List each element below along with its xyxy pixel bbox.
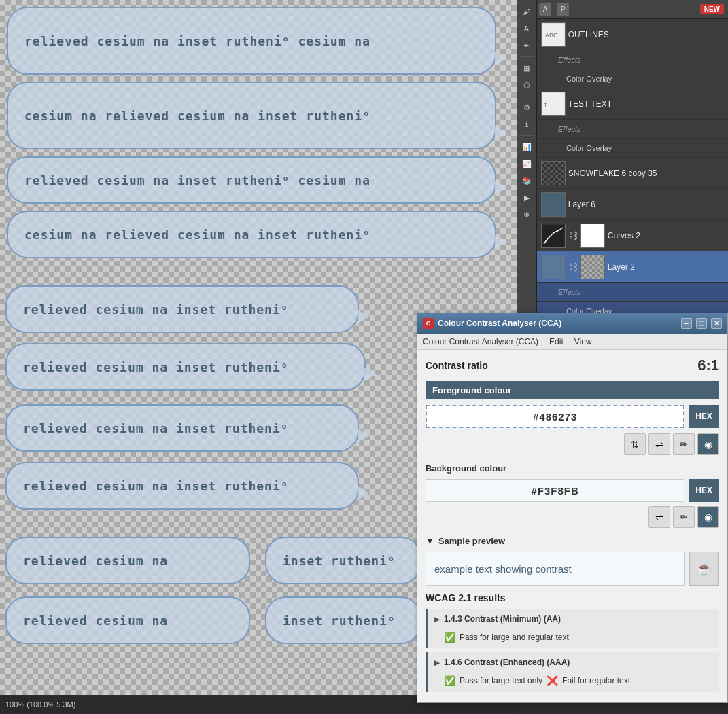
- cca-menu-app[interactable]: Colour Contrast Analyser (CCA): [423, 337, 538, 346]
- layer-row-testtext[interactable]: 👁 f T TEST TEXT: [517, 88, 728, 120]
- pass-icon-aa: ✅: [444, 632, 455, 643]
- criterion-aaa-triangle: ▶: [434, 659, 440, 666]
- wcag-section: WCAG 2.1 results ▶ 1.4.3 Contrast (Minim…: [426, 592, 719, 692]
- layer-thumb-snowflake: [541, 161, 566, 185]
- layer-row-layer6[interactable]: 👁 f Layer 6: [517, 189, 728, 220]
- cca-menu-view[interactable]: View: [574, 337, 592, 346]
- layers-toolbar: 🖌 A P NEW: [517, 0, 728, 19]
- fg-eyedropper-icon[interactable]: ✏: [673, 433, 695, 455]
- speech-bubble-1: relieved cesium na inset rutheniᵒ cesium…: [7, 7, 496, 75]
- speech-bubble-5: relieved cesium na inset rutheniᵒ: [5, 285, 359, 333]
- background-color-box[interactable]: #F3F8FB: [426, 479, 684, 502]
- bg-sliders-icon[interactable]: ⇌: [648, 506, 670, 528]
- effects-row-testtext[interactable]: Effects: [517, 120, 728, 139]
- speech-bubble-10b: inset rutheniᵒ: [265, 596, 421, 644]
- plugin-tool[interactable]: ⬡: [519, 77, 534, 92]
- pass-icon-aaa: ✅: [444, 675, 455, 686]
- speech-bubble-7: relieved cesium na inset rutheniᵒ: [5, 404, 359, 452]
- wcag-result-aaa-fail-text: Fail for regular text: [562, 676, 630, 685]
- bg-circle-icon[interactable]: ◉: [697, 506, 719, 528]
- foreground-header: Foreground colour: [426, 381, 719, 399]
- color-overlay-name-testtext: Color Overlay: [566, 144, 612, 152]
- background-hex-btn[interactable]: HEX: [689, 479, 719, 502]
- layers-panel: 🖌 A P NEW 👁 f ABC OUTLINES Effects: [517, 0, 728, 313]
- gradient-tool[interactable]: ▦: [519, 60, 534, 75]
- effects-row-outlines[interactable]: Effects: [517, 50, 728, 69]
- speech-bubble-9b: inset rutheniᵒ: [265, 537, 421, 584]
- histogram-tool[interactable]: 📊: [519, 139, 534, 154]
- color-overlay-row-testtext[interactable]: Color Overlay: [517, 139, 728, 158]
- wcag-criterion-aa-header[interactable]: ▶ 1.4.3 Contrast (Minimum) (AA): [428, 609, 719, 629]
- layer-row-outlines[interactable]: 👁 f ABC OUTLINES: [517, 19, 728, 50]
- layer-name-group-curves2: Curves 2: [608, 231, 725, 240]
- wcag-result-aaa-pass-text: Pass for large text only: [460, 676, 542, 685]
- brush-tool[interactable]: 🖌: [519, 4, 534, 19]
- layer-thumb-layer6: [541, 192, 566, 217]
- criterion-aa-triangle: ▶: [434, 615, 440, 623]
- layer-mask-curves2: [580, 224, 605, 248]
- layer-name-layer6: Layer 6: [568, 200, 725, 209]
- tool-divider1: [520, 56, 534, 57]
- layer-name-group-outlines: OUTLINES: [568, 30, 725, 39]
- fg-arrows-icon[interactable]: ⇅: [624, 433, 646, 455]
- layer-row-curves2[interactable]: 👁 f ⛓ Curves 2: [517, 220, 728, 251]
- pen-tool[interactable]: ✒: [519, 38, 534, 53]
- fx-label-outlines: Effects: [558, 56, 581, 64]
- layer-name-testtext: TEST TEXT: [568, 99, 725, 109]
- bubble-text-3: relieved cesium na inset rutheniᵒ cesium…: [24, 173, 370, 188]
- layer-row-snowflake[interactable]: 👁 f SNOWFLAKE 6 copy 35: [517, 158, 728, 189]
- bubble-text-5: relieved cesium na inset rutheniᵒ: [23, 302, 289, 317]
- color-overlay-name-outlines: Color Overlay: [566, 75, 612, 83]
- sample-preview-section: ▼ Sample preview example text showing co…: [426, 536, 719, 586]
- layer-chain-layer2: ⛓: [568, 262, 578, 272]
- cca-app-icon: C: [423, 318, 434, 329]
- layers-list[interactable]: 👁 f ABC OUTLINES Effects Color Overlay 👁…: [517, 19, 728, 313]
- type-tool[interactable]: A: [519, 21, 534, 36]
- foreground-hex-btn[interactable]: HEX: [689, 405, 719, 428]
- cca-menu-edit[interactable]: Edit: [549, 337, 564, 346]
- layer-thumb-curves2: [541, 224, 566, 248]
- libraries-tool[interactable]: 📚: [519, 173, 534, 188]
- speech-bubble-3: relieved cesium na inset rutheniᵒ cesium…: [7, 156, 496, 204]
- fail-icon-aaa: ❌: [547, 675, 558, 686]
- nav-tool[interactable]: ❄: [519, 207, 534, 222]
- cca-titlebar: C Colour Contrast Analyser (CCA) − □ ✕: [417, 313, 727, 334]
- info-tool[interactable]: ℹ: [519, 117, 534, 132]
- svg-text:ABC: ABC: [545, 32, 558, 39]
- bubble-text-10b: inset rutheniᵒ: [283, 613, 396, 628]
- wcag-criterion-aaa-header[interactable]: ▶ 1.4.6 Contrast (Enhanced) (AAA): [428, 652, 719, 673]
- layer-row-layer2[interactable]: 👁 f ⛓ Layer 2: [517, 251, 728, 283]
- sample-preview-header[interactable]: ▼ Sample preview: [426, 536, 719, 546]
- sample-mug-btn[interactable]: ☕: [689, 552, 719, 586]
- sample-preview-triangle: ▼: [426, 536, 434, 546]
- tool-divider3: [520, 135, 534, 136]
- fg-sliders-icon[interactable]: ⇌: [648, 433, 670, 455]
- color-overlay-row-layer2[interactable]: Color Overlay: [517, 302, 728, 313]
- cca-title: Colour Contrast Analyser (CCA): [438, 319, 677, 328]
- criterion-aaa-label: 1.4.6 Contrast (Enhanced) (AAA): [444, 658, 570, 667]
- channels-icon[interactable]: A: [539, 3, 551, 16]
- fg-palette-icon[interactable]: ◉: [697, 433, 719, 455]
- cca-body: Contrast ratio 6:1 Foreground colour #48…: [417, 350, 727, 702]
- cca-close-btn[interactable]: ✕: [711, 318, 722, 329]
- cca-minimize-btn[interactable]: −: [681, 318, 692, 329]
- background-icon-row: ⇌ ✏ ◉: [426, 506, 719, 528]
- actions-tool[interactable]: ▶: [519, 190, 534, 205]
- foreground-color-box[interactable]: #486273: [426, 405, 684, 428]
- bubble-text-9b: inset rutheniᵒ: [283, 554, 396, 568]
- bg-eyedropper-icon[interactable]: ✏: [673, 506, 695, 528]
- background-input-row: #F3F8FB HEX: [426, 479, 719, 502]
- layer-chain-curves2: ⛓: [568, 230, 578, 241]
- color-overlay-row-outlines[interactable]: Color Overlay: [517, 69, 728, 88]
- bubble-text-7: relieved cesium na inset rutheniᵒ: [23, 421, 289, 435]
- cca-restore-btn[interactable]: □: [696, 318, 707, 329]
- layer-thumb-layer2a: [541, 255, 566, 279]
- layer-name-group-layer2: Layer 2: [608, 262, 725, 272]
- layer-name-snowflake: SNOWFLAKE 6 copy 35: [568, 168, 725, 178]
- speech-bubble-10a: relieved cesium na: [5, 596, 250, 644]
- properties-tool[interactable]: ⚙: [519, 100, 534, 115]
- paths-icon[interactable]: P: [557, 3, 569, 16]
- histogram2-tool[interactable]: 📈: [519, 156, 534, 171]
- fx-label-layer2: Effects: [558, 288, 581, 296]
- effects-row-layer2[interactable]: Effects: [517, 283, 728, 302]
